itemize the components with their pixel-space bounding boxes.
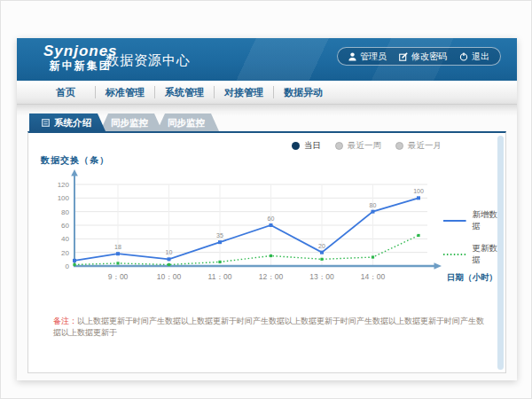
change-password-label: 修改密码: [411, 51, 447, 63]
nav-item-4[interactable]: 对接管理: [215, 86, 273, 99]
footnote-text: 以上数据更新于时间产生数据以上数据更新于时间产生数据以上数据更新于时间产生数据以…: [53, 317, 484, 337]
y-axis-title: 数据交换（条）: [41, 154, 109, 167]
legend-line-icon: [443, 253, 466, 256]
period-filter: 当日最近一周最近一月: [292, 140, 442, 152]
legend-item-2: 更新数据: [443, 243, 505, 266]
svg-text:100: 100: [413, 188, 424, 194]
radio-label: 最近一周: [348, 140, 381, 152]
svg-text:10: 10: [166, 249, 173, 255]
svg-text:80: 80: [370, 202, 377, 208]
svg-text:0: 0: [66, 262, 70, 270]
radio-1[interactable]: 当日: [292, 140, 321, 152]
svg-text:18: 18: [114, 244, 121, 250]
edit-icon: [399, 52, 408, 61]
legend-item-1: 新增数据: [443, 209, 505, 232]
content-panel: 当日最近一周最近一月 数据交换（条） 0204060801001209：0010…: [27, 131, 506, 373]
svg-text:40: 40: [61, 235, 69, 243]
user-name-label: 管理员: [360, 51, 387, 63]
power-icon: [459, 52, 468, 61]
tab-label: 同步监控: [111, 117, 148, 128]
app-header: Synjones 新中新集团 数据资源中心 管理员 修改密码: [17, 38, 517, 81]
nav-item-2[interactable]: 标准管理: [96, 86, 154, 99]
page-title: 数据资源中心: [106, 52, 191, 69]
chart-legend: 新增数据更新数据: [443, 209, 505, 266]
nav-item-3[interactable]: 系统管理: [155, 86, 214, 99]
svg-text:80: 80: [61, 208, 69, 216]
footnote: 备注：以上数据更新于时间产生数据以上数据更新于时间产生数据以上数据更新于时间产生…: [53, 316, 486, 339]
svg-text:100: 100: [58, 194, 70, 202]
tab-3[interactable]: 同步监控: [157, 113, 219, 131]
tab-2[interactable]: 同步监控: [100, 113, 162, 131]
footnote-prefix: 备注：: [53, 317, 77, 325]
app-window: Synjones 新中新集团 数据资源中心 管理员 修改密码: [0, 0, 532, 399]
radio-dot-icon: [395, 142, 403, 150]
main-nav: 首页标准管理系统管理对接管理数据异动: [17, 81, 517, 105]
tab-label: 系统介绍: [54, 113, 91, 131]
radio-2[interactable]: 最近一周: [335, 140, 381, 152]
svg-text:10：00: 10：00: [157, 272, 182, 281]
legend-line-icon: [443, 219, 466, 223]
radio-3[interactable]: 最近一月: [395, 140, 442, 152]
app-card: Synjones 新中新集团 数据资源中心 管理员 修改密码: [17, 38, 517, 380]
svg-text:12：00: 12：00: [259, 272, 284, 281]
tab-bar: 系统介绍同步监控同步监控: [29, 113, 214, 131]
svg-text:35: 35: [216, 232, 223, 239]
document-icon: [42, 119, 50, 127]
svg-text:20: 20: [61, 249, 69, 257]
change-password-button[interactable]: 修改密码: [399, 51, 447, 63]
radio-dot-icon: [335, 142, 343, 150]
svg-text:11：00: 11：00: [208, 272, 232, 281]
tab-label: 同步监控: [168, 117, 205, 128]
nav-item-5[interactable]: 数据异动: [274, 86, 332, 99]
user-toolbar: 管理员 修改密码 退出: [337, 47, 501, 66]
current-user[interactable]: 管理员: [348, 51, 387, 63]
svg-text:20: 20: [318, 243, 325, 249]
nav-item-1[interactable]: 首页: [36, 86, 95, 99]
svg-text:14：00: 14：00: [361, 272, 386, 281]
svg-text:13：00: 13：00: [309, 272, 334, 281]
panel-scrollbar[interactable]: [497, 136, 504, 370]
svg-text:60: 60: [61, 222, 69, 230]
user-icon: [348, 52, 356, 61]
svg-text:9：00: 9：00: [108, 272, 129, 281]
radio-dot-icon: [292, 142, 300, 150]
svg-text:60: 60: [268, 215, 275, 222]
logout-label: 退出: [472, 51, 489, 63]
svg-text:日期（小时）: 日期（小时）: [447, 272, 497, 283]
svg-text:120: 120: [58, 181, 70, 189]
logout-button[interactable]: 退出: [459, 51, 489, 63]
radio-label: 最近一月: [408, 140, 442, 152]
radio-label: 当日: [304, 140, 321, 152]
tab-1[interactable]: 系统介绍: [29, 113, 106, 131]
